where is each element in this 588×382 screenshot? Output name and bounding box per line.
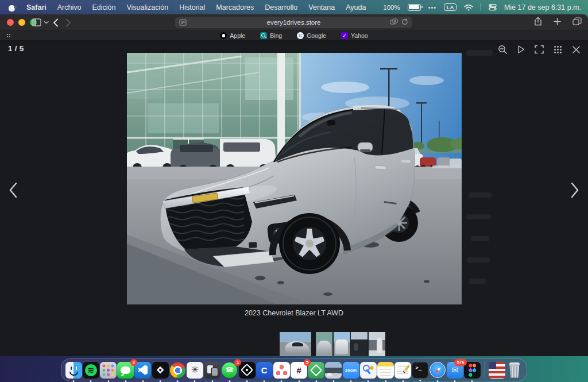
content-blocker-icon[interactable]	[390, 18, 399, 26]
chrome-icon[interactable]	[169, 362, 186, 379]
menu-item-safari[interactable]: Safari	[26, 3, 47, 11]
apple-favicon	[220, 32, 227, 39]
asana-icon[interactable]	[273, 362, 290, 379]
desktop: Safari Archivo Edición Visualización His…	[0, 0, 588, 382]
address-bar[interactable]: every1drives.store	[175, 17, 412, 28]
messages-icon[interactable]: 2	[117, 362, 134, 379]
dimmed-page-text	[470, 236, 490, 241]
favorite-yahoo[interactable]: ✓ Yahoo	[341, 32, 368, 39]
status-divider	[481, 3, 481, 11]
image-caption: 2023 Chevrolet Blazer LT AWD	[0, 309, 588, 317]
vscode-icon[interactable]	[134, 362, 151, 379]
blue-c-app-icon[interactable]	[256, 362, 273, 379]
figma-icon[interactable]	[464, 362, 481, 379]
close-lightbox-icon[interactable]	[570, 43, 582, 56]
thumbnail-1[interactable]	[280, 332, 311, 357]
terminal-icon[interactable]: >_	[412, 362, 428, 379]
favorites-grid-icon[interactable]	[6, 33, 11, 38]
node-graph-app-icon[interactable]	[239, 362, 256, 379]
slack-icon[interactable]: 5	[291, 362, 307, 379]
forward-button[interactable]	[65, 14, 71, 30]
green-diamond-app-icon[interactable]	[308, 362, 324, 379]
vehicle-photo[interactable]	[127, 53, 462, 304]
chatgpt-icon[interactable]	[187, 362, 203, 379]
slideshow-play-icon[interactable]	[514, 43, 527, 56]
mail-icon[interactable]: 576	[447, 362, 463, 379]
zoom-out-icon[interactable]	[496, 43, 509, 56]
menu-bar: Safari Archivo Edición Visualización His…	[0, 0, 588, 14]
unity-icon[interactable]	[152, 362, 169, 379]
passwords-icon[interactable]	[360, 362, 377, 379]
lightbox-controls	[496, 43, 582, 56]
finder-icon[interactable]	[65, 362, 82, 379]
dimmed-page-text	[469, 279, 486, 284]
safari-window: every1drives.store	[0, 14, 588, 357]
tab-overview-icon[interactable]	[572, 17, 582, 28]
sidebar-toggle-icon[interactable]	[32, 18, 41, 26]
image-counter: 1 / 5	[8, 44, 24, 53]
menu-item-desarrollo[interactable]: Desarrollo	[265, 3, 297, 11]
more-status-icon[interactable]: •••	[428, 4, 437, 11]
favorite-bing[interactable]: Bing	[260, 32, 282, 39]
input-source-badge[interactable]: LA	[444, 3, 457, 11]
battery-percent: 100%	[383, 4, 400, 11]
favorite-label: Apple	[230, 32, 245, 39]
thumbnail-5[interactable]	[369, 332, 385, 357]
next-image-arrow[interactable]	[567, 179, 582, 202]
thumbnail-4[interactable]	[351, 332, 368, 357]
bing-favicon	[260, 32, 267, 39]
favorite-google[interactable]: G Google	[297, 32, 326, 39]
dimmed-page-text	[467, 257, 490, 263]
image-gallery-lightbox: 1 / 5	[0, 41, 588, 357]
control-center-icon[interactable]	[489, 3, 497, 11]
browser-toolbar: every1drives.store	[0, 14, 588, 31]
grid-view-icon[interactable]	[551, 43, 564, 56]
reload-icon[interactable]	[401, 18, 408, 26]
reader-icon[interactable]	[179, 19, 187, 26]
previous-image-arrow[interactable]	[6, 179, 21, 202]
zoom-app-icon[interactable]: zoom	[343, 362, 359, 379]
yahoo-favicon: ✓	[341, 32, 348, 39]
dimmed-page-text	[466, 214, 492, 219]
dock-divider	[485, 361, 485, 379]
textedit-icon[interactable]	[394, 362, 411, 379]
safari-dock-icon[interactable]	[430, 362, 446, 379]
menu-item-ayuda[interactable]: Ayuda	[346, 3, 366, 11]
minimize-window-button[interactable]	[18, 19, 25, 26]
new-tab-icon[interactable]	[554, 17, 561, 28]
dock: 2 1 5 zoom >_ 576	[61, 358, 527, 381]
window-manager-app-icon[interactable]	[204, 362, 220, 379]
wifi-icon[interactable]	[464, 4, 473, 11]
thumbnail-strip	[280, 332, 385, 357]
favorite-label: Bing	[270, 32, 282, 39]
share-icon[interactable]	[534, 17, 542, 28]
thumbnail-2[interactable]	[316, 332, 332, 357]
menu-item-visualizacion[interactable]: Visualización	[126, 3, 168, 11]
close-window-button[interactable]	[7, 19, 14, 26]
menu-item-archivo[interactable]: Archivo	[57, 3, 82, 11]
usa-flag-folder-icon[interactable]	[489, 362, 505, 379]
spotify-icon[interactable]	[83, 362, 99, 379]
menu-item-marcadores[interactable]: Marcadores	[216, 3, 254, 11]
favorite-label: Google	[307, 32, 326, 39]
notes-icon[interactable]	[377, 362, 394, 379]
dimmed-page-text	[469, 192, 492, 198]
thumbnail-3[interactable]	[334, 332, 350, 357]
battery-icon[interactable]	[408, 4, 421, 11]
fullscreen-icon[interactable]	[533, 43, 546, 56]
screenshot-app-icon[interactable]	[325, 362, 342, 379]
trash-icon[interactable]	[506, 362, 523, 379]
dimmed-page-text	[466, 50, 493, 56]
whatsapp-icon[interactable]: 1	[221, 362, 238, 379]
sidebar-chevron-icon[interactable]	[44, 21, 49, 24]
favorite-label: Yahoo	[351, 32, 368, 39]
favorite-apple[interactable]: Apple	[220, 32, 245, 39]
menu-item-edicion[interactable]: Edición	[92, 3, 115, 11]
menu-item-ventana[interactable]: Ventana	[308, 3, 335, 11]
menu-bar-clock[interactable]: Mié 17 de sep 6:31 p.m.	[504, 3, 581, 11]
back-button[interactable]	[53, 14, 59, 30]
menu-item-historial[interactable]: Historial	[179, 3, 205, 11]
address-url: every1drives.store	[267, 19, 321, 26]
launchpad-icon[interactable]	[100, 362, 117, 379]
apple-menu-icon[interactable]	[9, 3, 16, 11]
